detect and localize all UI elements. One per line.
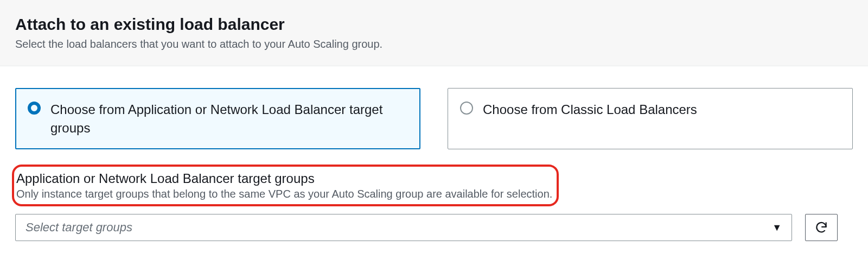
option-alb-nlb-label: Choose from Application or Network Load … bbox=[50, 100, 407, 137]
target-groups-select[interactable]: Select target groups ▼ bbox=[15, 214, 792, 241]
option-classic-lb[interactable]: Choose from Classic Load Balancers bbox=[448, 88, 853, 149]
chevron-down-icon: ▼ bbox=[772, 222, 782, 233]
target-groups-select-placeholder: Select target groups bbox=[25, 220, 132, 235]
section-body: Choose from Application or Network Load … bbox=[0, 66, 868, 241]
option-alb-nlb-target-groups[interactable]: Choose from Application or Network Load … bbox=[15, 88, 420, 149]
lb-type-options: Choose from Application or Network Load … bbox=[15, 88, 853, 149]
radio-unselected-icon bbox=[460, 102, 473, 115]
target-groups-select-row: Select target groups ▼ bbox=[15, 214, 853, 241]
highlight-annotation: Application or Network Load Balancer tar… bbox=[12, 165, 559, 206]
refresh-button[interactable] bbox=[805, 214, 838, 241]
section-title: Attach to an existing load balancer bbox=[15, 15, 853, 34]
section-description: Select the load balancers that you want … bbox=[15, 38, 853, 50]
target-groups-description: Only instance target groups that belong … bbox=[16, 187, 552, 201]
target-groups-title: Application or Network Load Balancer tar… bbox=[16, 170, 552, 187]
radio-selected-icon bbox=[28, 102, 41, 115]
section-header: Attach to an existing load balancer Sele… bbox=[0, 0, 868, 66]
target-groups-section: Application or Network Load Balancer tar… bbox=[15, 165, 853, 206]
option-classic-label: Choose from Classic Load Balancers bbox=[483, 100, 697, 119]
refresh-icon bbox=[814, 220, 828, 235]
